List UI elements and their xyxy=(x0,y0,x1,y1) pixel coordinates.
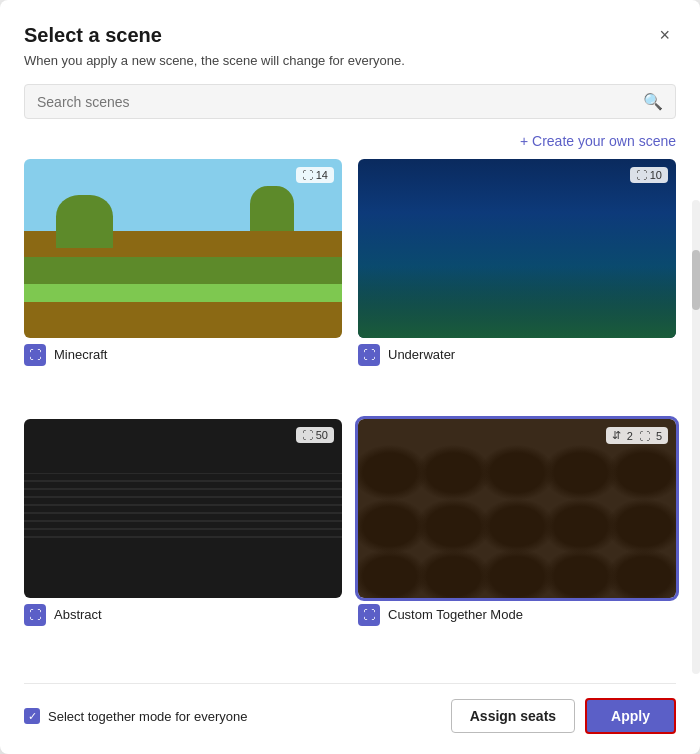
close-button[interactable]: × xyxy=(653,24,676,46)
seat-assign-count-custom: 2 xyxy=(627,430,633,442)
scene-card-abstract[interactable]: ⛶ 50 ⛶ Abstract xyxy=(24,419,342,663)
assign-icon-custom: ⇵ xyxy=(612,429,621,442)
scene-thumbnail-minecraft[interactable]: ⛶ 14 xyxy=(24,159,342,338)
scene-icon-symbol-custom: ⛶ xyxy=(363,608,375,622)
seat-badge-underwater: ⛶ 10 xyxy=(630,167,668,183)
scene-label-row-custom-together: ⛶ Custom Together Mode xyxy=(358,604,676,626)
scene-icon-minecraft: ⛶ xyxy=(24,344,46,366)
scene-name-underwater: Underwater xyxy=(388,347,455,362)
scene-icon-underwater: ⛶ xyxy=(358,344,380,366)
scene-icon-symbol-abstract: ⛶ xyxy=(29,608,41,622)
scene-thumbnail-custom-together[interactable]: ⇵ 2 ⛶ 5 xyxy=(358,419,676,598)
scene-thumbnail-abstract[interactable]: ⛶ 50 xyxy=(24,419,342,598)
dialog-title: Select a scene xyxy=(24,24,162,47)
seat-icon-minecraft: ⛶ xyxy=(302,169,313,181)
select-together-checkbox[interactable]: ✓ xyxy=(24,708,40,724)
scene-thumbnail-underwater[interactable]: ⛶ 10 xyxy=(358,159,676,338)
scrollbar[interactable] xyxy=(692,200,700,674)
seat-count-minecraft: 14 xyxy=(316,169,328,181)
seat-badge-abstract: ⛶ 50 xyxy=(296,427,334,443)
select-scene-dialog: Select a scene × When you apply a new sc… xyxy=(0,0,700,754)
scene-label-row-underwater: ⛶ Underwater xyxy=(358,344,676,366)
scene-card-minecraft[interactable]: ⛶ 14 ⛶ Minecraft xyxy=(24,159,342,403)
scene-label-row-minecraft: ⛶ Minecraft xyxy=(24,344,342,366)
seat-badge-minecraft: ⛶ 14 xyxy=(296,167,334,183)
scene-icon-symbol-minecraft: ⛶ xyxy=(29,348,41,362)
assign-seats-button[interactable]: Assign seats xyxy=(451,699,575,733)
scene-name-custom-together: Custom Together Mode xyxy=(388,607,523,622)
scrollbar-thumb[interactable] xyxy=(692,250,700,310)
seat-badge-custom-together: ⇵ 2 ⛶ 5 xyxy=(606,427,668,444)
scenes-grid: ⛶ 14 ⛶ Minecraft ⛶ 10 ⛶ xyxy=(24,159,676,663)
scene-icon-custom-together: ⛶ xyxy=(358,604,380,626)
search-bar: 🔍 xyxy=(24,84,676,119)
scene-card-custom-together[interactable]: ⇵ 2 ⛶ 5 ⛶ Custom Together Mode xyxy=(358,419,676,663)
seat-count-abstract: 50 xyxy=(316,429,328,441)
seat-count-underwater: 10 xyxy=(650,169,662,181)
dialog-subtitle: When you apply a new scene, the scene wi… xyxy=(24,53,676,68)
select-together-row: ✓ Select together mode for everyone xyxy=(24,708,247,724)
scene-name-minecraft: Minecraft xyxy=(54,347,107,362)
scene-icon-abstract: ⛶ xyxy=(24,604,46,626)
seat-icon-abstract: ⛶ xyxy=(302,429,313,441)
seat-available-count-custom: 5 xyxy=(656,430,662,442)
dialog-header: Select a scene × xyxy=(24,24,676,47)
footer: ✓ Select together mode for everyone Assi… xyxy=(24,683,676,734)
seat-icon-custom: ⛶ xyxy=(639,430,650,442)
scene-name-abstract: Abstract xyxy=(54,607,102,622)
seat-icon-underwater: ⛶ xyxy=(636,169,647,181)
create-scene-row: + Create your own scene xyxy=(24,133,676,149)
search-input[interactable] xyxy=(37,94,643,110)
apply-button[interactable]: Apply xyxy=(585,698,676,734)
create-scene-button[interactable]: + Create your own scene xyxy=(520,133,676,149)
scene-icon-symbol-underwater: ⛶ xyxy=(363,348,375,362)
search-icon: 🔍 xyxy=(643,92,663,111)
scene-card-underwater[interactable]: ⛶ 10 ⛶ Underwater xyxy=(358,159,676,403)
select-together-label: Select together mode for everyone xyxy=(48,709,247,724)
checkbox-checkmark: ✓ xyxy=(28,711,37,722)
footer-buttons: Assign seats Apply xyxy=(451,698,676,734)
scene-label-row-abstract: ⛶ Abstract xyxy=(24,604,342,626)
